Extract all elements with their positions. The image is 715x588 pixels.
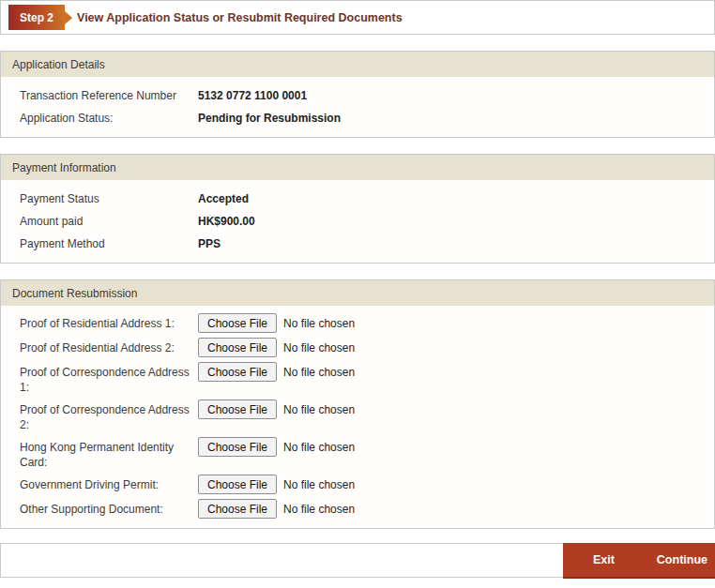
continue-button[interactable]: Continue <box>657 553 707 566</box>
file-upload-row: Other Supporting Document: Choose File N… <box>1 499 714 519</box>
residential-address-1-file-input: Choose File No file chosen <box>198 313 355 333</box>
payment-status-label: Payment Status <box>20 192 198 205</box>
driving-permit-label: Government Driving Permit: <box>20 475 198 492</box>
choose-file-button[interactable]: Choose File <box>198 313 277 333</box>
application-details-section: Application Details Transaction Referenc… <box>0 51 715 138</box>
file-upload-row: Government Driving Permit: Choose File N… <box>1 475 714 494</box>
table-row: Transaction Reference Number 5132 0772 1… <box>1 84 714 107</box>
exit-button[interactable]: Exit <box>593 553 615 566</box>
amount-paid-value: HK$900.00 <box>198 215 255 228</box>
choose-file-button[interactable]: Choose File <box>198 400 277 419</box>
document-resubmission-header: Document Resubmission <box>1 280 714 306</box>
page-title: View Application Status or Resubmit Requ… <box>77 11 403 24</box>
residential-address-2-file-input: Choose File No file chosen <box>198 338 355 357</box>
application-status-label: Application Status: <box>20 112 198 125</box>
file-upload-row: Proof of Correspondence Address 1: Choos… <box>1 362 714 395</box>
amount-paid-label: Amount paid <box>20 215 198 228</box>
file-upload-row: Hong Kong Permanent Identity Card: Choos… <box>1 437 714 470</box>
no-file-chosen-text: No file chosen <box>283 317 355 330</box>
action-bar: Exit Continue <box>0 543 715 578</box>
step-badge: Step 2 <box>8 5 65 30</box>
no-file-chosen-text: No file chosen <box>283 366 355 379</box>
choose-file-button[interactable]: Choose File <box>198 437 277 457</box>
no-file-chosen-text: No file chosen <box>283 478 355 491</box>
table-row: Payment Status Accepted <box>1 188 714 210</box>
payment-information-section: Payment Information Payment Status Accep… <box>0 154 715 264</box>
no-file-chosen-text: No file chosen <box>283 403 355 416</box>
no-file-chosen-text: No file chosen <box>283 341 355 354</box>
payment-information-header: Payment Information <box>1 155 714 180</box>
transaction-reference-label: Transaction Reference Number <box>20 89 198 102</box>
file-upload-row: Proof of Residential Address 2: Choose F… <box>1 338 714 357</box>
driving-permit-file-input: Choose File No file chosen <box>198 475 355 494</box>
document-resubmission-section: Document Resubmission Proof of Residenti… <box>0 279 715 529</box>
no-file-chosen-text: No file chosen <box>283 441 355 454</box>
payment-information-body: Payment Status Accepted Amount paid HK$9… <box>1 180 714 263</box>
choose-file-button[interactable]: Choose File <box>198 475 277 494</box>
document-resubmission-body: Proof of Residential Address 1: Choose F… <box>1 306 714 528</box>
residential-address-1-label: Proof of Residential Address 1: <box>20 313 198 331</box>
hk-identity-card-label: Hong Kong Permanent Identity Card: <box>20 437 198 470</box>
file-upload-row: Proof of Residential Address 1: Choose F… <box>1 313 714 333</box>
transaction-reference-value: 5132 0772 1100 0001 <box>198 89 307 102</box>
choose-file-button[interactable]: Choose File <box>198 499 277 519</box>
choose-file-button[interactable]: Choose File <box>198 362 277 382</box>
correspondence-address-1-file-input: Choose File No file chosen <box>198 362 355 382</box>
other-supporting-document-label: Other Supporting Document: <box>20 499 198 517</box>
payment-method-label: Payment Method <box>20 237 198 250</box>
residential-address-2-label: Proof of Residential Address 2: <box>20 338 198 355</box>
step-arrow-icon <box>65 11 72 24</box>
correspondence-address-2-label: Proof of Correspondence Address 2: <box>20 400 198 432</box>
file-upload-row: Proof of Correspondence Address 2: Choos… <box>1 400 714 432</box>
no-file-chosen-text: No file chosen <box>283 503 355 516</box>
application-details-body: Transaction Reference Number 5132 0772 1… <box>1 77 714 137</box>
table-row: Application Status: Pending for Resubmis… <box>1 107 714 129</box>
correspondence-address-1-label: Proof of Correspondence Address 1: <box>20 362 198 395</box>
choose-file-button[interactable]: Choose File <box>198 338 277 357</box>
table-row: Amount paid HK$900.00 <box>1 210 714 233</box>
table-row: Payment Method PPS <box>1 233 714 255</box>
application-details-header: Application Details <box>1 52 714 77</box>
other-supporting-document-file-input: Choose File No file chosen <box>198 499 355 519</box>
step-header-bar: Step 2 View Application Status or Resubm… <box>0 0 715 35</box>
application-status-value: Pending for Resubmission <box>198 112 341 125</box>
payment-method-value: PPS <box>198 237 221 250</box>
correspondence-address-2-file-input: Choose File No file chosen <box>198 400 355 419</box>
payment-status-value: Accepted <box>198 192 249 205</box>
hk-identity-card-file-input: Choose File No file chosen <box>198 437 355 457</box>
action-buttons-block: Exit Continue <box>563 543 715 579</box>
